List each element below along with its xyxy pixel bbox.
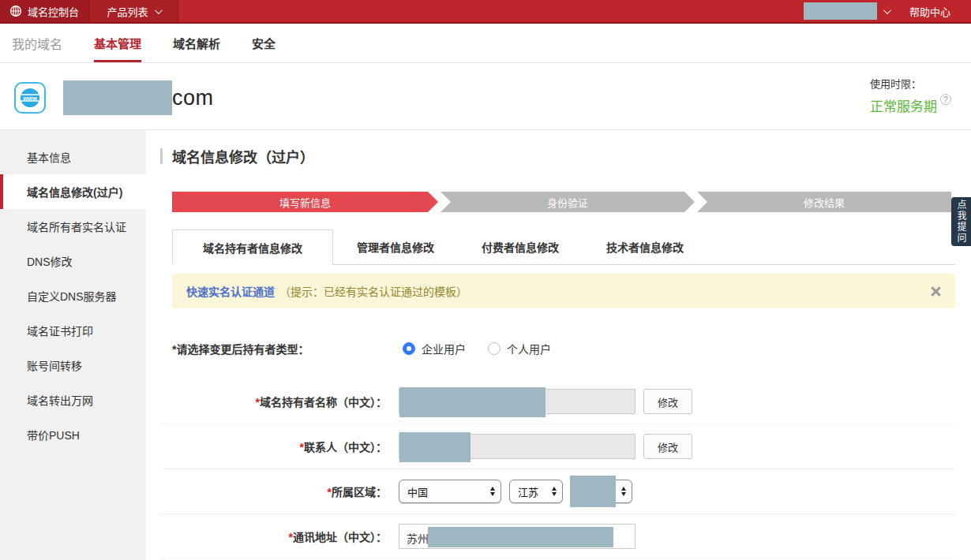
notice-hint-text: （提示：已经有实名认证通过的模板） <box>279 283 467 299</box>
page-body: 基本信息 域名信息修改(过户) 域名所有者实名认证 DNS修改 自定义DNS服务… <box>0 130 971 560</box>
brand-label: 域名控制台 <box>28 4 79 19</box>
svg-text:www: www <box>22 95 37 102</box>
service-status: 正常服务期 <box>870 95 937 115</box>
close-icon[interactable] <box>930 286 941 297</box>
tab-billing-info[interactable]: 付费者信息修改 <box>458 230 583 264</box>
sidebar-item-dns-modify[interactable]: DNS修改 <box>0 244 146 278</box>
contact-row: *联系人（中文）： 修改 <box>160 424 955 469</box>
topbar-spacer <box>178 0 804 22</box>
ask-me-feedback-tab[interactable]: 点我提问 <box>951 197 971 246</box>
nav-basic-management[interactable]: 基本管理 <box>94 24 141 62</box>
user-account-menu[interactable] <box>804 0 900 22</box>
sidebar-item-account-transfer[interactable]: 账号间转移 <box>0 348 146 383</box>
domain-header: www com 使用时限： 正常服务期 ? <box>0 63 971 130</box>
contact-input[interactable] <box>399 434 635 459</box>
address-visible-text: 苏州 <box>407 530 429 546</box>
domain-suffix: com <box>172 86 214 110</box>
info-modify-tabs: 域名持有者信息修改 管理者信息修改 付费者信息修改 技术者信息修改 <box>172 230 955 265</box>
title-accent-bar <box>160 148 163 164</box>
modify-contact-button[interactable]: 修改 <box>643 434 692 459</box>
holder-type-row: *请选择变更后持有者类型： 企业用户 个人用户 <box>160 334 955 364</box>
nav-security[interactable]: 安全 <box>252 24 276 62</box>
fast-verification-notice: 快速实名认证通道 （提示：已经有实名认证通过的模板） <box>172 274 955 308</box>
radio-personal-user[interactable]: 个人用户 <box>488 341 551 357</box>
holder-name-input[interactable] <box>399 389 635 414</box>
radio-unchecked-icon[interactable] <box>488 342 500 355</box>
city-select[interactable] <box>571 480 632 503</box>
question-circle-icon[interactable]: ? <box>940 94 951 105</box>
sidebar-item-basic-info[interactable]: 基本信息 <box>0 140 146 174</box>
radio-personal-label: 个人用户 <box>507 341 551 357</box>
holder-type-label: *请选择变更后持有者类型： <box>160 341 387 357</box>
city-redacted <box>570 476 616 507</box>
step-fill-new-info: 填写新信息 <box>172 192 438 212</box>
holder-info-form: *请选择变更后持有者类型： 企业用户 个人用户 *域名持有者名称（中文）： <box>160 334 955 560</box>
tab-admin-info[interactable]: 管理者信息修改 <box>333 230 458 264</box>
domain-name-redacted <box>63 80 172 115</box>
region-label: *所属区域： <box>160 483 387 499</box>
page-title: 域名信息修改（过户） <box>172 146 314 166</box>
province-select[interactable]: 江苏 <box>509 480 563 503</box>
sidebar-item-owner-verification[interactable]: 域名所有者实名认证 <box>0 209 146 244</box>
province-value: 江苏 <box>518 484 545 499</box>
select-stepper-icon <box>490 487 495 496</box>
usage-period: 使用时限： 正常服务期 ? <box>870 76 951 115</box>
step-identity-verification: 身份验证 <box>441 192 695 212</box>
chevron-down-icon <box>883 6 891 14</box>
sidebar-item-certificate-print[interactable]: 域名证书打印 <box>0 313 146 348</box>
select-stepper-icon <box>552 487 557 496</box>
address-row: *通讯地址（中文）： 苏州 <box>160 514 955 559</box>
contact-label: *联系人（中文）： <box>160 439 387 454</box>
main-content: 域名信息修改（过户） 填写新信息 身份验证 修改结果 域名持有者信息修改 管理者… <box>160 130 955 560</box>
help-center-link[interactable]: 帮助中心 <box>900 0 971 22</box>
sidebar: 基本信息 域名信息修改(过户) 域名所有者实名认证 DNS修改 自定义DNS服务… <box>0 130 146 560</box>
username-redacted <box>804 2 877 20</box>
sidebar-item-push-with-price[interactable]: 带价PUSH <box>0 417 146 452</box>
chevron-down-icon <box>154 6 162 14</box>
brand-home-link[interactable]: 域名控制台 <box>0 0 88 22</box>
tab-tech-info[interactable]: 技术者信息修改 <box>583 230 707 264</box>
www-globe-icon: www <box>14 82 46 114</box>
select-stepper-icon <box>621 487 626 496</box>
globe-icon <box>9 5 22 17</box>
sidebar-item-info-transfer[interactable]: 域名信息修改(过户) <box>0 174 146 209</box>
radio-checked-icon[interactable] <box>403 342 415 355</box>
holder-type-options: 企业用户 个人用户 <box>403 341 551 357</box>
fast-verification-link[interactable]: 快速实名认证通道 <box>186 283 275 299</box>
region-row: *所属区域： 中国 江苏 <box>160 469 955 514</box>
modify-holder-name-button[interactable]: 修改 <box>643 389 692 414</box>
usage-period-label: 使用时限： <box>870 76 951 91</box>
topbar: 域名控制台 产品列表 帮助中心 <box>0 0 971 24</box>
nav-my-domains[interactable]: 我的域名 <box>12 24 62 62</box>
product-list-menu[interactable]: 产品列表 <box>88 0 178 22</box>
tab-holder-info[interactable]: 域名持有者信息修改 <box>172 230 333 265</box>
sidebar-item-transfer-out[interactable]: 域名转出万网 <box>0 383 146 417</box>
radio-enterprise-user[interactable]: 企业用户 <box>403 341 466 357</box>
domain-identity: www com <box>14 80 214 115</box>
step-modification-result: 修改结果 <box>697 192 951 212</box>
product-list-label: 产品列表 <box>107 4 148 19</box>
country-value: 中国 <box>407 484 484 499</box>
sidebar-item-custom-dns[interactable]: 自定义DNS服务器 <box>0 278 146 313</box>
country-select[interactable]: 中国 <box>399 480 501 503</box>
nav-dns-resolution[interactable]: 域名解析 <box>173 24 220 62</box>
address-label: *通讯地址（中文）： <box>160 528 387 544</box>
progress-steps: 填写新信息 身份验证 修改结果 <box>172 192 951 212</box>
radio-enterprise-label: 企业用户 <box>422 341 466 357</box>
holder-name-redacted <box>399 387 545 417</box>
section-title-row: 域名信息修改（过户） <box>160 146 955 166</box>
contact-redacted <box>399 432 471 462</box>
address-redacted <box>428 527 613 547</box>
domain-console-page: 域名控制台 产品列表 帮助中心 我的域名 基本管理 域名解析 安全 www <box>0 0 971 560</box>
holder-name-row: *域名持有者名称（中文）： 修改 <box>160 379 955 424</box>
domain-subnav: 我的域名 基本管理 域名解析 安全 <box>0 24 971 63</box>
address-input[interactable]: 苏州 <box>399 524 635 549</box>
holder-name-label: *域名持有者名称（中文）： <box>160 394 387 409</box>
